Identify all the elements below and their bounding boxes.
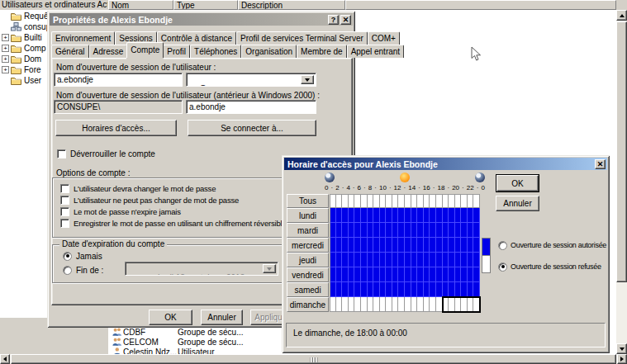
hour-header-cell[interactable] <box>430 194 436 208</box>
hour-cell[interactable] <box>411 253 418 267</box>
hour-cell[interactable] <box>417 297 424 312</box>
hour-cell[interactable] <box>417 282 424 297</box>
hour-header-cell[interactable] <box>411 194 418 208</box>
hours-row-lundi[interactable] <box>330 208 480 223</box>
cancel-button[interactable]: Annuler <box>201 310 243 325</box>
hour-cell[interactable] <box>430 253 436 267</box>
tab-organisation[interactable]: Organisation <box>241 45 297 58</box>
hour-cell[interactable] <box>430 223 436 238</box>
vertical-scroll-thumb[interactable] <box>616 21 627 282</box>
hour-cell[interactable] <box>449 253 455 267</box>
tab-profil[interactable]: Profil <box>163 45 190 58</box>
hour-cell[interactable] <box>473 208 480 223</box>
help-button[interactable]: ? <box>328 15 339 25</box>
hour-cell[interactable] <box>449 267 455 282</box>
hour-cell[interactable] <box>386 297 392 312</box>
hour-cell[interactable] <box>443 267 449 282</box>
hour-header-cell[interactable] <box>461 194 468 208</box>
day-button-dimanche[interactable]: dimanche <box>287 297 329 312</box>
hour-cell[interactable] <box>398 208 405 223</box>
hour-cell[interactable] <box>449 238 455 253</box>
hour-cell[interactable] <box>405 282 411 297</box>
hour-cell[interactable] <box>430 267 436 282</box>
tab-membre-de[interactable]: Membre de <box>297 45 347 58</box>
hour-header-cell[interactable] <box>349 194 355 208</box>
hour-header-cell[interactable] <box>373 194 380 208</box>
option-checkbox[interactable] <box>60 184 69 193</box>
hour-cell[interactable] <box>398 238 405 253</box>
properties-dialog-titlebar[interactable]: Propriétés de Alexis Ebondje ? ✕ <box>50 13 353 26</box>
hour-cell[interactable] <box>342 267 349 282</box>
hour-cell[interactable] <box>455 282 462 297</box>
hour-cell[interactable] <box>461 208 468 223</box>
hour-cell[interactable] <box>468 238 474 253</box>
expand-plus-icon[interactable]: + <box>2 55 9 63</box>
hour-cell[interactable] <box>436 282 443 297</box>
scroll-down-button[interactable] <box>616 343 627 354</box>
hour-cell[interactable] <box>368 208 374 223</box>
hour-cell[interactable] <box>368 238 374 253</box>
hour-cell[interactable] <box>405 238 411 253</box>
logon-hours-grid[interactable] <box>330 194 480 312</box>
hour-cell[interactable] <box>342 253 349 267</box>
hour-cell[interactable] <box>349 282 355 297</box>
hours-row-mercredi[interactable] <box>330 238 480 253</box>
legacy-name-input[interactable]: a.ebondje <box>186 100 316 114</box>
hour-cell[interactable] <box>405 267 411 282</box>
hour-cell[interactable] <box>380 238 387 253</box>
hour-cell[interactable] <box>349 297 355 312</box>
hour-header-cell[interactable] <box>424 194 430 208</box>
day-button-samedi[interactable]: samedi <box>287 282 329 297</box>
hour-cell[interactable] <box>411 208 418 223</box>
hour-cell[interactable] <box>349 238 355 253</box>
hour-cell[interactable] <box>330 267 336 282</box>
hour-cell[interactable] <box>336 267 343 282</box>
hour-cell[interactable] <box>386 238 392 253</box>
hour-cell[interactable] <box>368 223 374 238</box>
hour-cell[interactable] <box>424 267 430 282</box>
hour-header-cell[interactable] <box>342 194 349 208</box>
hour-cell[interactable] <box>380 282 387 297</box>
tab-contr-le-distance[interactable]: Contrôle à distance <box>157 31 236 45</box>
hour-cell[interactable] <box>386 253 392 267</box>
hour-header-cell[interactable] <box>361 194 368 208</box>
hour-cell[interactable] <box>455 208 462 223</box>
logon-to-button[interactable]: Se connecter à... <box>188 120 316 136</box>
hour-cell[interactable] <box>354 238 361 253</box>
hour-cell[interactable] <box>411 238 418 253</box>
hour-cell[interactable] <box>461 253 468 267</box>
hour-header-cell[interactable] <box>398 194 405 208</box>
hour-cell[interactable] <box>392 253 399 267</box>
hour-cell[interactable] <box>342 282 349 297</box>
expiration-end-radio[interactable] <box>63 266 72 275</box>
upn-suffix-combo[interactable]: @consupe.gov.cm <box>186 73 316 87</box>
hour-cell[interactable] <box>342 208 349 223</box>
hour-cell[interactable] <box>405 253 411 267</box>
hour-header-cell[interactable] <box>336 194 343 208</box>
hour-cell[interactable] <box>468 208 474 223</box>
hour-cell[interactable] <box>436 238 443 253</box>
hour-cell[interactable] <box>443 253 449 267</box>
expiration-date-combo[interactable]: vendredi 18 octobre 2013 <box>125 262 278 276</box>
hour-header-cell[interactable] <box>330 194 336 208</box>
hour-cell[interactable] <box>449 282 455 297</box>
hour-cell[interactable] <box>349 267 355 282</box>
hour-header-cell[interactable] <box>468 194 474 208</box>
scroll-up-button[interactable] <box>616 10 627 21</box>
hours-selection-box[interactable] <box>442 296 482 313</box>
hour-cell[interactable] <box>354 208 361 223</box>
hour-cell[interactable] <box>417 253 424 267</box>
tab-t-l-phones[interactable]: Téléphones <box>190 45 241 58</box>
ok-button[interactable]: OK <box>496 175 539 191</box>
option-checkbox[interactable] <box>60 207 69 216</box>
hour-cell[interactable] <box>430 282 436 297</box>
hour-cell[interactable] <box>398 297 405 312</box>
hour-cell[interactable] <box>373 208 380 223</box>
hour-cell[interactable] <box>330 208 336 223</box>
hour-cell[interactable] <box>468 253 474 267</box>
hour-cell[interactable] <box>473 253 480 267</box>
expand-plus-icon[interactable]: + <box>2 34 9 41</box>
tab-appel-entrant[interactable]: Appel entrant <box>347 45 405 58</box>
hour-cell[interactable] <box>417 238 424 253</box>
hour-cell[interactable] <box>373 253 380 267</box>
